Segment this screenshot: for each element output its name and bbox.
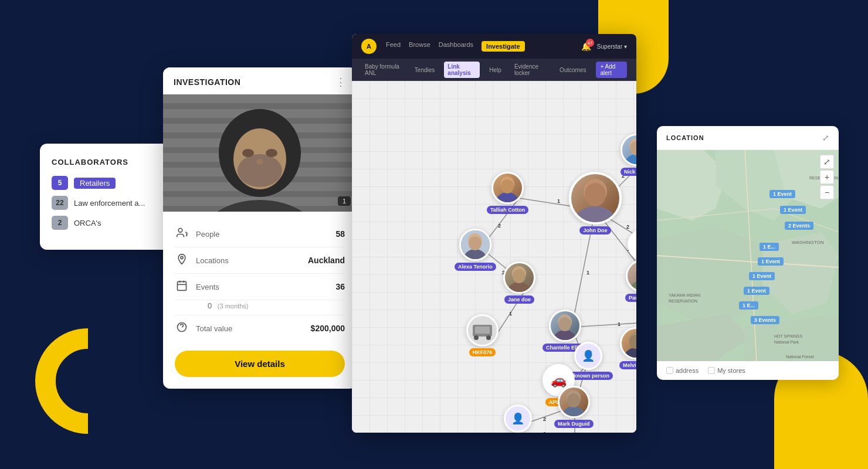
suspect-photo xyxy=(163,94,357,212)
investigation-menu-dots[interactable]: ⋮ xyxy=(335,76,346,89)
photo-counter: 1 xyxy=(338,196,351,206)
avatar-nick xyxy=(621,134,636,166)
avatar-chantelle xyxy=(549,310,581,342)
node-john-doe[interactable]: John Doe xyxy=(569,172,622,235)
avatar-mark xyxy=(558,386,590,418)
investigation-header: INVESTIGATION ⋮ xyxy=(163,67,357,94)
svg-point-73 xyxy=(630,280,636,290)
subtab-link-analysis[interactable]: Link analysis xyxy=(444,62,480,78)
investigation-photo: 1 xyxy=(163,94,357,212)
event-cluster-3: 2 Events xyxy=(785,222,813,230)
subtab-help[interactable]: Help xyxy=(486,65,505,75)
event-cluster-4: 1 E... xyxy=(760,243,779,251)
avatar-talliah xyxy=(491,172,524,204)
node-paul[interactable]: Paul Mean xyxy=(625,260,636,302)
map-zoom-out-btn[interactable]: − xyxy=(820,185,834,199)
label-mark: Mark Duguid xyxy=(554,420,594,428)
collab-count-retailers: 5 xyxy=(52,176,68,190)
location-expand-icon[interactable]: ⤢ xyxy=(822,133,829,142)
nav-logo: A xyxy=(361,39,377,54)
event-cluster-1: 1 Event xyxy=(769,190,795,198)
label-alexa: Alexa Tenorio xyxy=(455,263,496,271)
graph-area: 1 2 2 2 1 2 2 1 1 1 1 1 2 1 xyxy=(352,81,636,433)
event-cluster-8: 1 E... xyxy=(739,301,758,310)
locations-icon xyxy=(175,253,189,267)
people-label: People xyxy=(196,230,328,239)
map-controls: ⤢ + − xyxy=(820,155,834,199)
suspect-silhouette xyxy=(163,94,357,212)
locations-value: Auckland xyxy=(308,256,345,265)
node-nick[interactable]: Nick Bave xyxy=(621,134,636,176)
collab-label-orca: ORCA's xyxy=(74,219,101,227)
node-unknown3[interactable]: 👤 Unknown person xyxy=(493,405,542,433)
events-value: 36 xyxy=(335,282,345,291)
avatar-unknown3: 👤 xyxy=(504,405,532,433)
notification-badge: 47 xyxy=(586,39,594,47)
svg-point-82 xyxy=(624,348,636,358)
avatar-jane xyxy=(503,261,535,294)
label-paul: Paul Mean xyxy=(625,294,636,302)
panel-navbar: A Feed Browse Dashboards Investigate 🔔 4… xyxy=(352,34,636,59)
events-icon xyxy=(175,280,189,294)
event-cluster-5: 1 Event xyxy=(758,257,784,266)
node-melvin[interactable]: Melvin Toa xyxy=(619,327,636,369)
events-row: Events 36 xyxy=(175,274,345,300)
total-value-label: Total value xyxy=(196,324,304,333)
avatar-melvin xyxy=(620,327,636,359)
add-alert-button[interactable]: + Add alert xyxy=(596,62,628,78)
event-cluster-2: 1 Event xyxy=(780,206,806,214)
address-checkbox-box xyxy=(666,367,673,374)
avatar-vehicle-hkf xyxy=(466,314,499,346)
main-scene: The images are stock photos and are not … xyxy=(0,0,868,469)
locations-label: Locations xyxy=(196,256,301,265)
nav-bell-icon[interactable]: 🔔 47 xyxy=(581,42,591,51)
node-vehicle-hkf[interactable]: HKF076 xyxy=(466,314,499,356)
view-details-button[interactable]: View details xyxy=(175,351,345,377)
stores-checkbox[interactable]: My stores xyxy=(708,367,745,374)
map-expand-btn[interactable]: ⤢ xyxy=(820,155,834,169)
svg-point-88 xyxy=(486,335,491,340)
node-talliah[interactable]: Talliah Cotton xyxy=(487,172,528,214)
avatar-vehicle-gbp: 🚗 xyxy=(628,229,636,261)
nav-investigate[interactable]: Investigate xyxy=(482,41,524,52)
event-cluster-7: 1 Event xyxy=(744,287,769,295)
events-recent-value: 0 xyxy=(208,301,212,310)
nav-dashboards[interactable]: Dashboards xyxy=(439,41,473,52)
investigation-title: INVESTIGATION xyxy=(174,77,240,87)
map-background: RESERVATION WASHINGTON YAKAMA INDIAN RES… xyxy=(657,150,839,361)
subtab-tendies[interactable]: Tendies xyxy=(411,65,438,75)
investigation-card: INVESTIGATION ⋮ xyxy=(163,67,357,389)
address-checkbox[interactable]: address xyxy=(666,367,699,374)
people-value: 58 xyxy=(335,229,345,239)
collab-label-retailers: Retailers xyxy=(74,178,116,189)
nav-feed[interactable]: Feed xyxy=(386,41,401,52)
svg-point-91 xyxy=(567,393,580,407)
svg-text:National Forest: National Forest xyxy=(786,355,814,359)
subtab-baby-formula[interactable]: Baby formula ANL xyxy=(361,62,405,78)
events-period: (3 months) xyxy=(218,303,249,310)
address-label: address xyxy=(676,367,699,374)
svg-point-57 xyxy=(575,206,616,222)
location-title: LOCATION xyxy=(666,134,704,141)
avatar-alexa xyxy=(459,229,491,261)
subtab-outcomes[interactable]: Outcomes xyxy=(556,65,590,75)
locations-row: Locations Auckland xyxy=(175,247,345,274)
node-alexa[interactable]: Alexa Tenorio xyxy=(455,229,496,271)
node-mark[interactable]: Mark Duguid xyxy=(554,386,594,428)
svg-text:National Park: National Park xyxy=(774,340,799,344)
svg-text:WASHINGTON: WASHINGTON xyxy=(792,240,824,245)
map-zoom-in-btn[interactable]: + xyxy=(820,170,834,184)
svg-point-90 xyxy=(562,406,585,416)
node-jane[interactable]: Jane doe xyxy=(503,261,535,304)
nav-browse[interactable]: Browse xyxy=(409,41,430,52)
nav-user[interactable]: Superstar ▾ xyxy=(597,43,627,50)
subtab-evidence[interactable]: Evidence locker xyxy=(511,62,550,78)
label-vehicle-hkf: HKF076 xyxy=(469,348,496,356)
events-recent-row: 0 (3 months) xyxy=(175,300,345,315)
label-talliah: Talliah Cotton xyxy=(487,206,528,214)
svg-text:RESERVATION: RESERVATION xyxy=(669,299,697,303)
svg-point-77 xyxy=(558,317,571,331)
svg-point-18 xyxy=(181,256,183,259)
nav-right: 🔔 47 Superstar ▾ xyxy=(581,42,627,51)
total-value-icon xyxy=(175,321,189,335)
